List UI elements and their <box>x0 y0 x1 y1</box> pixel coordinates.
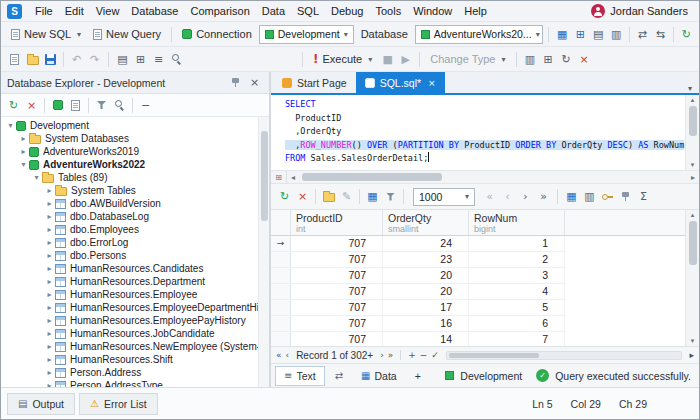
expander-icon[interactable]: ▾ <box>18 160 29 169</box>
nav-last-icon[interactable]: » <box>535 188 552 205</box>
code-snippets-icon[interactable]: ⊞ <box>132 51 149 68</box>
query-profiler-icon[interactable]: ▥ <box>522 51 539 68</box>
scrollbar-thumb[interactable] <box>689 106 697 136</box>
tree-item-humanresources-employeedepartmenthistory[interactable]: ▸HumanResources.EmployeeDepartmentHistor… <box>1 301 269 314</box>
query-builder-icon[interactable]: ⊞ <box>572 26 589 43</box>
save-icon[interactable] <box>42 51 59 68</box>
debug-icon[interactable]: ▶ <box>397 51 414 68</box>
nav-prev-icon[interactable]: ‹ <box>499 188 516 205</box>
tree-item-dbo-errorlog[interactable]: ▸dbo.ErrorLog <box>1 236 269 249</box>
nav-next-icon[interactable]: › <box>380 350 384 360</box>
tree-item-humanresources-shift[interactable]: ▸HumanResources.Shift <box>1 353 269 366</box>
tree-item-dbo-databaselog[interactable]: ▸dbo.DatabaseLog <box>1 210 269 223</box>
table-row[interactable]: 707175 <box>271 300 565 316</box>
expander-icon[interactable]: ▸ <box>44 186 55 195</box>
edit-mode-icon[interactable]: ✎ <box>338 188 355 205</box>
connection-select[interactable]: Development ▾ <box>259 25 354 44</box>
cancel-icon[interactable]: × <box>576 51 593 68</box>
tab-list-chevron-icon[interactable]: ▾ <box>681 84 699 93</box>
aggregates-icon[interactable]: Σ <box>635 188 652 205</box>
editor-vertical-scrollbar[interactable]: ▴ ▾ <box>685 95 699 170</box>
scroll-down-icon[interactable]: ▾ <box>691 337 695 345</box>
filter-data-icon[interactable] <box>382 188 399 205</box>
scroll-right-icon[interactable]: ▸ <box>689 350 694 360</box>
scroll-down-icon[interactable]: ▾ <box>691 161 695 169</box>
table-row[interactable]: 707166 <box>271 316 565 332</box>
tree-item-humanresources-jobcandidate[interactable]: ▸HumanResources.JobCandidate <box>1 327 269 340</box>
editor-horizontal-scrollbar[interactable]: ⊞ ◂ ▸ <box>271 170 699 184</box>
expander-icon[interactable]: ▸ <box>44 238 55 247</box>
refresh-icon[interactable]: ↻ <box>276 188 293 205</box>
tree-item-humanresources-department[interactable]: ▸HumanResources.Department <box>1 275 269 288</box>
database-select[interactable]: AdventureWorks20... ▾ <box>415 25 543 44</box>
expander-icon[interactable]: ▾ <box>5 121 16 130</box>
nav-first-icon[interactable]: « <box>481 188 498 205</box>
tree-item-adventureworks2019[interactable]: ▸AdventureWorks2019 <box>1 145 269 158</box>
grid-vertical-scrollbar[interactable]: ▴ ▾ <box>685 210 699 346</box>
export-data-icon[interactable]: ▤ <box>590 26 607 43</box>
expander-icon[interactable]: ▸ <box>44 381 55 387</box>
tree-item-system-tables[interactable]: ▸System Tables <box>1 184 269 197</box>
nav-next-icon[interactable]: › <box>517 188 534 205</box>
scrollbar-thumb[interactable] <box>261 131 268 221</box>
tree-item-adventureworks2022[interactable]: ▾AdventureWorks2022 <box>1 158 269 171</box>
expander-icon[interactable]: ▸ <box>44 225 55 234</box>
undo-icon[interactable]: ↶ <box>68 51 85 68</box>
tab-data[interactable]: ▦ Data <box>353 366 405 386</box>
add-tab-button[interactable]: + <box>407 366 429 386</box>
execution-plan-icon[interactable]: ⊞ <box>540 51 557 68</box>
explorer-scrollbar[interactable] <box>258 117 269 387</box>
page-size-select[interactable]: 1000 ▾ <box>413 188 475 206</box>
stop-execution-icon[interactable]: ■ <box>379 51 396 68</box>
execute-button[interactable]: ! Execute ▾ <box>308 50 377 68</box>
export-data-icon[interactable] <box>320 188 337 205</box>
menu-item-file[interactable]: File <box>29 3 59 19</box>
tree-item-development[interactable]: ▾Development <box>1 119 269 132</box>
nav-prev-icon[interactable]: ‹ <box>286 350 290 360</box>
tree-item-person-addresstype[interactable]: ▸Person.AddressType <box>1 379 269 387</box>
menu-item-database[interactable]: Database <box>125 3 184 19</box>
collapse-all-icon[interactable]: − <box>137 97 154 114</box>
expander-icon[interactable]: ▸ <box>44 329 55 338</box>
key-columns-icon[interactable] <box>599 188 616 205</box>
tree-item-humanresources-candidates[interactable]: ▸HumanResources.Candidates <box>1 262 269 275</box>
import-data-icon[interactable]: ▥ <box>608 26 625 43</box>
menu-item-data[interactable]: Data <box>256 3 291 19</box>
close-panel-icon[interactable]: × <box>246 74 263 91</box>
expander-icon[interactable]: ▸ <box>44 355 55 364</box>
new-sql-document-icon[interactable] <box>6 51 23 68</box>
tree-item-humanresources-employee[interactable]: ▸HumanResources.Employee <box>1 288 269 301</box>
tree-item-humanresources-newemployee-system-versioned[interactable]: ▸HumanResources.NewEmployee (System-Vers… <box>1 340 269 353</box>
scroll-left-icon[interactable]: ◂ <box>287 173 299 182</box>
expander-icon[interactable]: ▸ <box>18 147 29 156</box>
scrollbar-thumb[interactable] <box>689 221 697 265</box>
scroll-up-icon[interactable]: ▴ <box>691 96 695 104</box>
tab-sql-sql[interactable]: SQL.sql*× <box>356 72 445 93</box>
table-row[interactable]: →707241 <box>271 236 565 252</box>
expander-icon[interactable]: ▸ <box>44 264 55 273</box>
tab-error-list[interactable]: ⚠ Error List <box>79 393 158 415</box>
nav-first-icon[interactable]: « <box>276 350 282 360</box>
tree-item-dbo-awbuildversion[interactable]: ▸dbo.AWBuildVersion <box>1 197 269 210</box>
scrollbar-thumb[interactable] <box>449 353 539 358</box>
search-icon[interactable] <box>111 97 128 114</box>
expander-icon[interactable]: ▸ <box>44 342 55 351</box>
tree-item-system-databases[interactable]: ▸System Databases <box>1 132 269 145</box>
menu-item-sql[interactable]: SQL <box>291 3 325 19</box>
expander-icon[interactable]: ▸ <box>44 251 55 260</box>
new-sql-icon[interactable] <box>67 97 84 114</box>
scroll-up-icon[interactable]: ▴ <box>691 211 695 219</box>
edit-table-data-icon[interactable]: ▦ <box>554 26 571 43</box>
table-row[interactable]: 707203 <box>271 268 565 284</box>
menu-item-edit[interactable]: Edit <box>59 3 90 19</box>
menu-item-debug[interactable]: Debug <box>325 3 369 19</box>
filter-icon[interactable] <box>93 97 110 114</box>
schema-compare-icon[interactable]: ⇄ <box>634 26 651 43</box>
scrollbar-thumb[interactable] <box>302 173 442 181</box>
column-header-productid[interactable]: ProductIDint <box>291 210 383 235</box>
stop-icon[interactable]: × <box>294 188 311 205</box>
change-type-button[interactable]: Change Type ▾ <box>425 51 510 67</box>
format-sql-icon[interactable]: ≡ <box>150 51 167 68</box>
insert-row-icon[interactable]: + <box>408 350 416 360</box>
close-tab-icon[interactable]: × <box>428 78 436 88</box>
